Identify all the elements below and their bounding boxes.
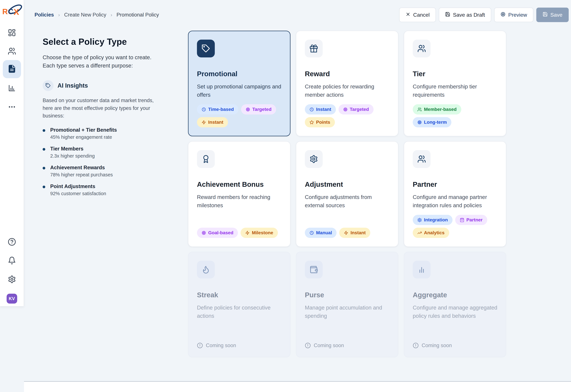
document-icon bbox=[8, 65, 16, 74]
sidebar-item-settings[interactable] bbox=[7, 275, 16, 284]
breadcrumb: Policies › Create New Policy › Promotion… bbox=[34, 12, 159, 18]
list-item: Tier Members 2.3x higher spending bbox=[43, 146, 173, 159]
card-title: Reward bbox=[305, 70, 390, 78]
dashboard-icon bbox=[8, 28, 16, 37]
save-icon bbox=[445, 12, 450, 18]
badge-row: Time-based Targeted Instant bbox=[197, 104, 282, 127]
preview-target-icon bbox=[500, 12, 506, 18]
users-icon bbox=[413, 40, 431, 57]
alert-circle-icon bbox=[413, 342, 419, 349]
badge-goal-based: Goal-based bbox=[197, 228, 238, 238]
target-icon bbox=[246, 107, 250, 112]
badge-row: Manual Instant bbox=[305, 228, 390, 238]
badge-time-based: Time-based bbox=[197, 104, 239, 114]
rcx-logo: R C X bbox=[2, 2, 22, 18]
bolt-icon bbox=[245, 231, 250, 235]
badge-row: Goal-based Milestone bbox=[197, 228, 282, 238]
sidebar: R C X bbox=[0, 0, 24, 306]
policy-card-aggregate: Aggregate Configure and manage aggregate… bbox=[404, 252, 506, 357]
badge-long-term: Long-term bbox=[413, 117, 451, 127]
sidebar-item-analytics[interactable] bbox=[7, 84, 16, 93]
page-title: Select a Policy Type bbox=[43, 37, 173, 47]
policy-card-purse: Purse Manage point accumulation and spen… bbox=[296, 252, 398, 357]
sidebar-item-notifications[interactable] bbox=[7, 256, 16, 266]
svg-text:C: C bbox=[8, 7, 13, 16]
ai-insights-title: AI Insights bbox=[58, 82, 88, 89]
sidebar-item-members[interactable] bbox=[7, 47, 16, 56]
insight-metric: 92% customer satisfaction bbox=[50, 191, 106, 196]
badge-instant: Instant bbox=[339, 228, 370, 238]
breadcrumb-current: Promotional Policy bbox=[117, 12, 159, 18]
users-icon bbox=[413, 150, 431, 168]
flame-icon bbox=[197, 261, 215, 279]
insight-label: Point Adjustments bbox=[50, 183, 106, 189]
breadcrumb-separator: › bbox=[110, 12, 112, 18]
bottom-panel-edge bbox=[24, 381, 571, 392]
badge-integration: Integration bbox=[413, 215, 452, 225]
wallet-icon bbox=[305, 261, 323, 279]
rcx-logo-graphic: R C X bbox=[2, 2, 22, 18]
coming-soon-status: Coming soon bbox=[197, 342, 282, 349]
badge-partner: Partner bbox=[455, 215, 487, 225]
card-title: Streak bbox=[197, 291, 282, 299]
policy-card-streak: Streak Define policies for consecutive a… bbox=[188, 252, 290, 357]
svg-text:X: X bbox=[14, 7, 19, 17]
breadcrumb-policies[interactable]: Policies bbox=[34, 12, 54, 18]
target-icon bbox=[417, 120, 422, 125]
insight-metric: 2.3x higher spending bbox=[50, 153, 95, 159]
coming-soon-status: Coming soon bbox=[413, 342, 497, 349]
bolt-icon bbox=[344, 231, 348, 235]
ai-insights-description: Based on your customer data and market t… bbox=[43, 97, 162, 120]
card-title: Aggregate bbox=[413, 291, 497, 299]
badge-analytics: Analytics bbox=[413, 228, 449, 238]
card-title: Purse bbox=[305, 291, 390, 299]
policy-card-promotional[interactable]: Promotional Set up promotional campaigns… bbox=[188, 31, 290, 136]
badge-member-based: Member-based bbox=[413, 104, 461, 114]
policy-card-tier[interactable]: Tier Configure membership tier requireme… bbox=[404, 31, 506, 136]
breadcrumb-create-new-policy[interactable]: Create New Policy bbox=[64, 12, 106, 18]
insight-metric: 78% higher repeat purchases bbox=[50, 172, 113, 178]
badge-row: Member-based Long-term bbox=[413, 104, 497, 127]
bullet-dot bbox=[43, 167, 45, 169]
policy-type-page: R C X bbox=[0, 0, 571, 392]
card-title: Adjustment bbox=[305, 181, 390, 188]
bullet-dot bbox=[43, 129, 45, 132]
policy-card-reward[interactable]: Reward Create policies for rewarding mem… bbox=[296, 31, 398, 136]
card-description: Create policies for rewarding member act… bbox=[305, 83, 390, 99]
cancel-button[interactable]: Cancel bbox=[399, 8, 436, 22]
save-as-draft-button[interactable]: Save as Draft bbox=[439, 8, 491, 22]
bar-chart-icon bbox=[8, 84, 16, 93]
toolbar-actions: Cancel Save as Draft Preview bbox=[399, 8, 569, 22]
policy-type-grid: Promotional Set up promotional campaigns… bbox=[188, 31, 506, 357]
target-icon bbox=[202, 231, 206, 235]
list-item: Point Adjustments 92% customer satisfact… bbox=[43, 183, 173, 196]
gift-icon bbox=[305, 40, 323, 57]
insight-label: Tier Members bbox=[50, 146, 95, 152]
user-avatar[interactable]: KV bbox=[7, 294, 17, 304]
cancel-label: Cancel bbox=[413, 12, 430, 18]
save-button[interactable]: Save bbox=[536, 8, 569, 22]
policy-card-achievement-bonus[interactable]: Achievement Bonus Reward members for rea… bbox=[188, 141, 290, 247]
policy-card-adjustment[interactable]: Adjustment Configure adjustments from ex… bbox=[296, 141, 398, 247]
card-description: Configure membership tier requirements bbox=[413, 83, 497, 99]
clock-icon bbox=[309, 107, 314, 112]
save-as-draft-label: Save as Draft bbox=[453, 12, 485, 18]
policy-card-partner[interactable]: Partner Configure and manage partner int… bbox=[404, 141, 506, 247]
badge-milestone: Milestone bbox=[240, 228, 278, 238]
sidebar-item-more[interactable] bbox=[7, 103, 16, 112]
bell-icon bbox=[8, 256, 16, 265]
card-description: Configure and manage aggregated policy r… bbox=[413, 304, 497, 320]
badge-row: Instant Targeted Points bbox=[305, 104, 390, 127]
sidebar-item-dashboard[interactable] bbox=[7, 28, 16, 38]
tag-icon bbox=[197, 40, 215, 57]
gear-icon bbox=[8, 275, 16, 284]
top-bar: Policies › Create New Policy › Promotion… bbox=[24, 0, 571, 30]
badge-instant: Instant bbox=[305, 104, 336, 114]
sidebar-item-help[interactable] bbox=[7, 238, 16, 247]
help-icon bbox=[8, 238, 16, 247]
preview-button[interactable]: Preview bbox=[494, 8, 533, 22]
badge-points: Points bbox=[305, 117, 335, 127]
breadcrumb-separator: › bbox=[58, 12, 60, 18]
sidebar-item-policies-active[interactable] bbox=[3, 60, 21, 78]
insight-label: Achievement Rewards bbox=[50, 165, 113, 171]
